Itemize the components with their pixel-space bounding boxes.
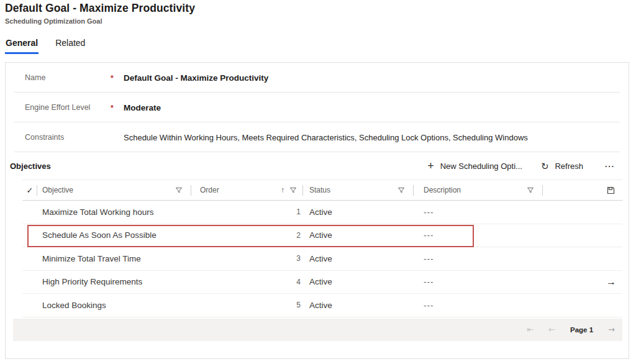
sort-ascending-icon: ↑ bbox=[281, 186, 284, 194]
general-section-card: Name * Default Goal - Maximize Productiv… bbox=[5, 62, 629, 359]
filter-icon[interactable] bbox=[527, 186, 534, 194]
status-column-label: Status bbox=[309, 186, 330, 194]
order-cell: 3 bbox=[191, 247, 303, 270]
status-cell: Active bbox=[303, 254, 414, 263]
description-cell: --- bbox=[414, 254, 543, 263]
row-extra-cell: → bbox=[543, 271, 622, 294]
more-commands-button[interactable]: ⋯ bbox=[602, 160, 617, 172]
next-page-button[interactable]: → bbox=[608, 325, 615, 334]
column-header-objective[interactable]: Objective bbox=[37, 180, 191, 200]
table-row-schedule-asap[interactable]: Schedule As Soon As Possible 2 Active --… bbox=[22, 224, 622, 248]
objectives-grid: ✓ Objective Order ↑ bbox=[22, 180, 622, 317]
required-asterisk: * bbox=[111, 73, 124, 83]
engine-effort-field-label: Engine Effort Level bbox=[25, 103, 111, 112]
objective-cell[interactable]: Maximize Total Working hours bbox=[37, 207, 191, 217]
open-record-arrow-icon[interactable]: → bbox=[606, 276, 616, 288]
table-row-locked-bookings[interactable]: Locked Bookings 5 Active --- bbox=[22, 294, 622, 317]
new-scheduling-objective-label: New Scheduling Opti... bbox=[440, 162, 522, 171]
status-cell: Active bbox=[303, 301, 414, 310]
status-cell: Active bbox=[303, 277, 414, 286]
description-cell: --- bbox=[414, 230, 543, 240]
constraints-field-value[interactable]: Schedule Within Working Hours, Meets Req… bbox=[124, 133, 528, 142]
field-row-engine-effort: Engine Effort Level * Moderate bbox=[6, 93, 629, 122]
row-extra-cell bbox=[543, 224, 622, 247]
filter-icon[interactable] bbox=[175, 186, 183, 194]
description-column-label: Description bbox=[424, 186, 461, 194]
row-select-cell[interactable] bbox=[22, 294, 37, 317]
column-header-status[interactable]: Status bbox=[303, 180, 414, 200]
scheduling-goal-page: Default Goal - Maximize Productivity Sch… bbox=[0, 0, 636, 364]
row-divider bbox=[14, 152, 620, 152]
table-row-high-priority-requirements[interactable]: High Priority Requirements 4 Active --- … bbox=[22, 271, 622, 294]
name-field-label: Name bbox=[25, 73, 111, 82]
checkmark-icon: ✓ bbox=[27, 186, 34, 195]
page-title: Default Goal - Maximize Productivity bbox=[5, 2, 195, 15]
refresh-button[interactable]: ↻ Refresh bbox=[541, 162, 583, 171]
filter-icon[interactable] bbox=[398, 186, 405, 194]
grid-pagination-bar: ⇤ ← Page 1 → bbox=[13, 319, 622, 341]
order-cell: 1 bbox=[191, 201, 303, 224]
name-field-value[interactable]: Default Goal - Maximize Productivity bbox=[124, 73, 268, 83]
new-scheduling-objective-button[interactable]: + New Scheduling Opti... bbox=[427, 160, 522, 171]
tab-bar: General Related bbox=[5, 37, 86, 54]
objectives-section-header: Objectives + New Scheduling Opti... ↻ Re… bbox=[6, 152, 629, 180]
grid-header-row: ✓ Objective Order ↑ bbox=[22, 180, 622, 201]
description-cell: --- bbox=[414, 301, 543, 310]
row-select-cell[interactable] bbox=[22, 271, 37, 294]
status-cell: Active bbox=[303, 207, 414, 217]
tab-related[interactable]: Related bbox=[55, 37, 86, 54]
column-header-order[interactable]: Order ↑ bbox=[191, 180, 303, 200]
order-column-label: Order bbox=[200, 186, 219, 194]
row-extra-cell bbox=[543, 247, 622, 270]
page-subtitle: Scheduling Optimization Goal bbox=[5, 17, 195, 25]
required-asterisk: * bbox=[111, 102, 124, 112]
select-all-column-header[interactable]: ✓ bbox=[22, 180, 37, 200]
objectives-section-title: Objectives bbox=[10, 162, 51, 171]
refresh-icon: ↻ bbox=[541, 162, 549, 171]
row-extra-cell bbox=[543, 294, 622, 317]
refresh-label: Refresh bbox=[555, 162, 583, 171]
order-cell: 5 bbox=[191, 294, 303, 317]
objective-cell[interactable]: Minimize Total Travel Time bbox=[37, 254, 191, 263]
objective-cell[interactable]: High Priority Requirements bbox=[37, 277, 191, 286]
row-select-cell[interactable] bbox=[22, 201, 37, 224]
save-icon[interactable] bbox=[607, 186, 615, 194]
constraints-field-label: Constraints bbox=[25, 133, 111, 142]
previous-page-button[interactable]: ← bbox=[548, 325, 555, 334]
page-number-label: Page 1 bbox=[570, 326, 593, 334]
table-row-maximize-working-hours[interactable]: Maximize Total Working hours 1 Active --… bbox=[22, 201, 622, 224]
column-header-description[interactable]: Description bbox=[414, 180, 543, 200]
description-cell: --- bbox=[414, 277, 543, 286]
page-header: Default Goal - Maximize Productivity Sch… bbox=[5, 2, 195, 25]
tab-general[interactable]: General bbox=[5, 37, 39, 54]
order-cell: 4 bbox=[191, 271, 303, 294]
order-cell: 2 bbox=[191, 224, 303, 247]
row-select-cell[interactable] bbox=[22, 224, 37, 247]
objective-cell[interactable]: Schedule As Soon As Possible bbox=[37, 230, 191, 240]
table-row-minimize-travel-time[interactable]: Minimize Total Travel Time 3 Active --- bbox=[22, 247, 622, 271]
field-row-constraints: Constraints Schedule Within Working Hour… bbox=[6, 122, 629, 152]
description-cell: --- bbox=[414, 207, 543, 217]
filter-icon[interactable] bbox=[289, 186, 297, 194]
required-asterisk-placeholder bbox=[111, 137, 124, 138]
first-page-button[interactable]: ⇤ bbox=[527, 325, 534, 334]
objective-cell[interactable]: Locked Bookings bbox=[37, 301, 191, 310]
grid-header-extra bbox=[543, 180, 622, 200]
engine-effort-field-value[interactable]: Moderate bbox=[124, 103, 161, 112]
objective-column-label: Objective bbox=[42, 186, 73, 194]
row-select-cell[interactable] bbox=[22, 247, 37, 270]
row-extra-cell bbox=[543, 201, 622, 224]
objectives-toolbar: + New Scheduling Opti... ↻ Refresh ⋯ bbox=[427, 160, 617, 172]
plus-icon: + bbox=[427, 160, 434, 171]
field-row-name: Name * Default Goal - Maximize Productiv… bbox=[6, 63, 629, 93]
status-cell: Active bbox=[303, 230, 414, 240]
